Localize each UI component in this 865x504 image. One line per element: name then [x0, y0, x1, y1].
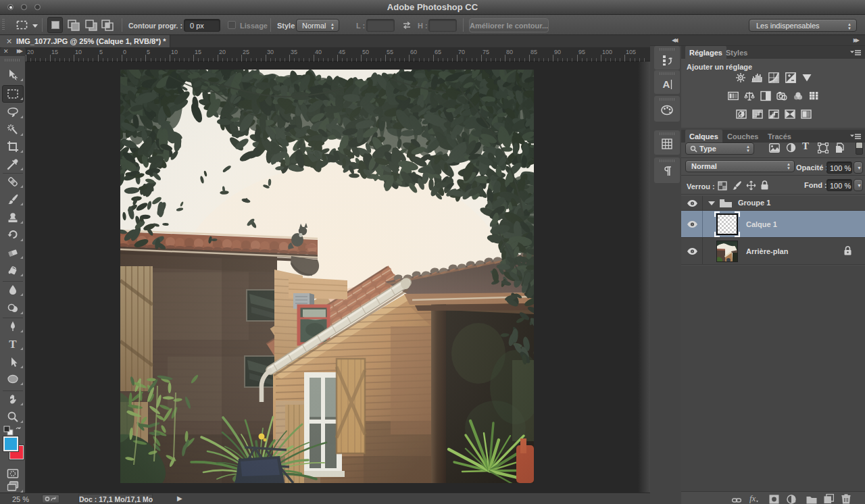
- svg-text:A: A: [663, 78, 670, 90]
- svg-text:T: T: [9, 338, 17, 350]
- svg-text:fx: fx: [749, 494, 756, 503]
